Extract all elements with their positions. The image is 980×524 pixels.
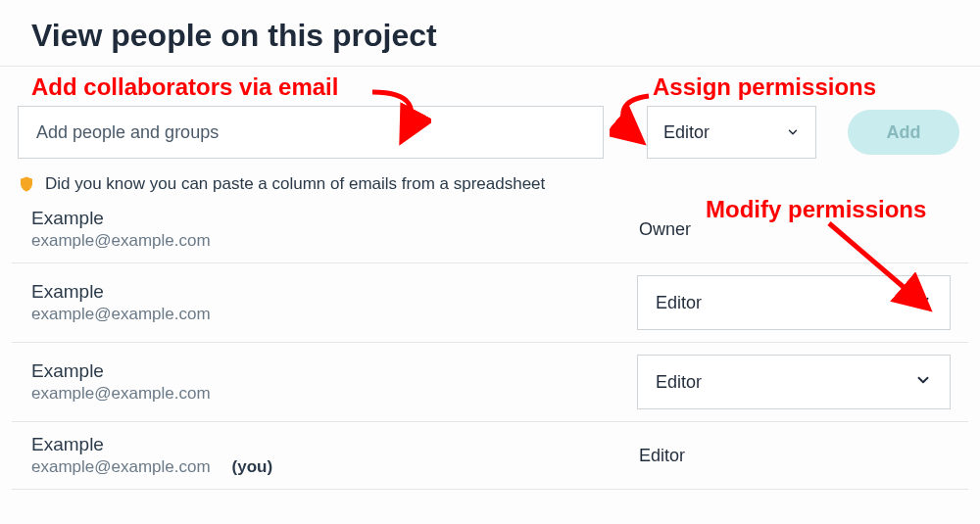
person-row: Example example@example.com Owner [12,200,968,263]
person-row: Example example@example.com (you) Editor [12,422,968,490]
person-name: Example [31,434,637,455]
chevron-down-icon [914,371,932,394]
person-email-text: example@example.com [31,457,211,477]
page-title: View people on this project [0,0,980,67]
add-collaborator-row: Editor Add [0,67,980,168]
add-button-label: Add [887,122,921,143]
person-email: example@example.com [31,305,637,324]
shield-icon [18,174,35,194]
person-role-value: Editor [656,293,702,313]
add-button[interactable]: Add [848,110,959,155]
chevron-down-icon [914,292,932,314]
person-name: Example [31,208,637,229]
person-email: example@example.com (you) [31,457,637,477]
tip-row: Did you know you can paste a column of e… [0,168,980,200]
you-tag: (you) [232,457,273,477]
person-name: Example [31,281,637,303]
add-people-input[interactable] [18,106,604,159]
tip-text: Did you know you can paste a column of e… [45,174,545,194]
person-role-static: Owner [637,219,691,240]
person-role-select[interactable]: Editor [637,355,951,409]
person-row: Example example@example.com Editor [12,263,968,343]
people-list: Example example@example.com Owner Exampl… [0,200,980,490]
person-name: Example [31,360,637,382]
new-user-role-value: Editor [663,122,710,143]
person-email: example@example.com [31,231,637,251]
person-row: Example example@example.com Editor [12,343,968,422]
chevron-down-icon [786,125,800,139]
person-role-select[interactable]: Editor [637,275,951,330]
person-role-static: Editor [637,446,685,466]
new-user-role-select[interactable]: Editor [647,106,816,159]
person-email: example@example.com [31,384,637,404]
person-role-value: Editor [656,372,702,393]
